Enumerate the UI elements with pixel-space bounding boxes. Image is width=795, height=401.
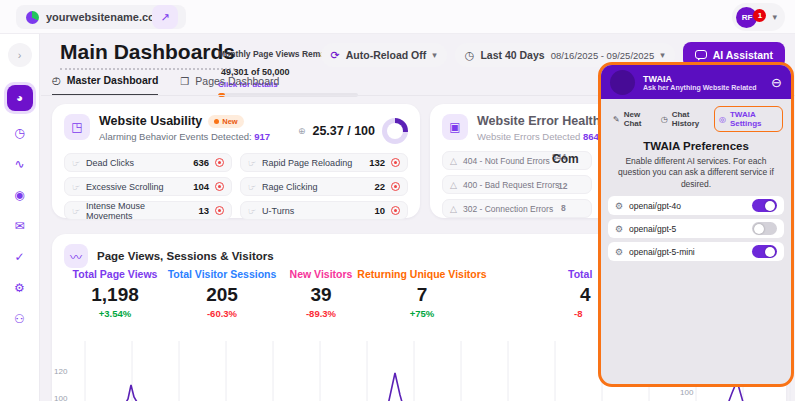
click-icon: ☞ (72, 182, 80, 192)
events-count: 917 (254, 131, 270, 142)
metric-value: 22 (374, 181, 385, 192)
site-selector-label: yourwebsitename.com (46, 11, 165, 23)
tab-pages-dashboard[interactable]: ❐ Pages Dashboard (180, 74, 279, 96)
metric-row-dead-clicks: ☞ Dead Clicks 636 (64, 153, 232, 172)
session-eye-icon: ◉ (14, 188, 24, 202)
service-toggle[interactable] (752, 245, 777, 258)
alert-dot-icon (391, 206, 400, 215)
warning-triangle-icon: △ (450, 204, 457, 214)
service-row-gpt-4o: ⚙ openai/gpt-4o (608, 196, 784, 215)
assistant-avatar (610, 70, 635, 95)
tab-chat-history[interactable]: ◷ Chat History (657, 107, 714, 131)
click-icon: ☞ (248, 206, 256, 216)
error-row-302: △ 302 - Connection Errors (442, 199, 592, 218)
preferences-heading: TWAIA Preferences (601, 140, 791, 152)
metric-value: 10 (374, 205, 385, 216)
error-value-302: 8 (561, 203, 566, 213)
error-value-400: 12 (558, 181, 567, 191)
sidebar-item-dashboard[interactable]: ◕ (4, 82, 36, 114)
metric-row-u-turns: ☞ U-Turns 10 (240, 201, 408, 220)
sidebar-item-sessions[interactable]: ◉ (8, 183, 32, 207)
alert-dot-icon (215, 182, 224, 191)
sidebar-item-settings[interactable]: ⚙ (8, 276, 32, 300)
tab-label: TWAIA Settings (730, 110, 778, 128)
alarm-icon: ◷ (14, 126, 24, 140)
collapse-arrow-icon: › (18, 49, 22, 61)
chat-bubble-icon (695, 50, 707, 61)
refresh-icon: ⟳ (331, 49, 340, 62)
alert-dot-icon (391, 158, 400, 167)
service-name: openai/gpt-5-mini (629, 247, 695, 257)
score-donut-chart (382, 118, 408, 144)
metric-row-excessive-scrolling: ☞ Excessive Scrolling 104 (64, 177, 232, 196)
sidebar-item-alerts[interactable]: ◷ (8, 121, 32, 145)
metric-value: 636 (193, 157, 209, 168)
tab-label: New Chat (624, 110, 653, 128)
alert-dot-icon (215, 158, 224, 167)
usability-metrics: ☞ Dead Clicks 636 ☞ Rapid Page Reloading… (64, 153, 408, 220)
assistant-subtitle: Ask her Anything Website Related (643, 84, 757, 91)
date-range-dates: 08/16/2025 - 09/25/2025 (551, 50, 655, 61)
sidebar-item-chat[interactable]: ✉ (8, 214, 32, 238)
sidebar-item-visitors[interactable]: ⚇ (8, 307, 32, 331)
usability-score: ⊕ 25.37 / 100 (298, 114, 408, 144)
stat-change: +75% (352, 308, 492, 319)
sidebar-item-security[interactable]: ✓ (8, 245, 32, 269)
metric-label: Rapid Page Reloading (262, 158, 352, 168)
metric-value: 132 (369, 157, 385, 168)
warning-triangle-icon: △ (450, 180, 457, 190)
metric-value: 104 (193, 181, 209, 192)
user-menu[interactable]: RF 1 ▾ (732, 3, 785, 31)
gear-icon: ⚙ (615, 247, 623, 257)
card-header-text: Website Usability New Alarming Behavior … (99, 114, 270, 142)
preferences-description: Enable different AI services. For each q… (601, 152, 791, 196)
click-icon: ☞ (248, 158, 256, 168)
open-site-button[interactable]: ↗ (152, 5, 178, 29)
pencil-circle-icon: ✎ (613, 115, 620, 124)
service-row-gpt-5: ⚙ openai/gpt-5 (608, 219, 784, 238)
tab-twaia-settings[interactable]: ◎ TWAIA Settings (714, 106, 783, 132)
auto-reload-label: Auto-Reload Off (346, 49, 427, 61)
service-name: openai/gpt-5 (629, 224, 676, 234)
chevron-down-icon: ▾ (432, 50, 437, 60)
stat-label: Total Visitor Sessions (158, 268, 286, 280)
stat-change: -60.3% (158, 308, 286, 319)
card-title: Page Views, Sessions & Visitors (97, 244, 274, 262)
click-icon: ☞ (72, 206, 80, 216)
metric-row-rage-clicking: ☞ Rage Clicking 22 (240, 177, 408, 196)
error-label: 400 - Bad Request Errors (463, 180, 559, 190)
sidebar-collapse-button[interactable]: › (8, 43, 32, 67)
date-range-label: Last 40 Days (480, 49, 544, 61)
sidebar-item-audio[interactable]: ∿ (8, 152, 32, 176)
metric-label: U-Turns (262, 206, 294, 216)
assistant-header-text: TWAIA Ask her Anything Website Related (643, 74, 757, 91)
minimize-button[interactable]: ⊖ (771, 76, 782, 89)
metric-row-rapid-reloading: ☞ Rapid Page Reloading 132 (240, 153, 408, 172)
service-toggle[interactable] (752, 222, 777, 235)
notification-badge: 1 (753, 9, 766, 22)
card-header-text: Website Error Health Website Errors Dete… (477, 114, 600, 142)
shield-check-icon: ✓ (14, 250, 24, 264)
error-label: 404 - Not Found Errors (463, 156, 550, 166)
card-title-row: Website Usability New (99, 114, 270, 128)
tab-master-dashboard[interactable]: ◴ Master Dashboard (52, 74, 158, 96)
chart-annotation: 100 (680, 388, 693, 397)
visitor-pin-icon: ⚇ (14, 312, 25, 326)
magnifier-icon: ⊕ (298, 126, 306, 136)
service-name: openai/gpt-4o (629, 201, 681, 211)
gear-icon: ⚙ (14, 281, 25, 295)
service-toggle[interactable] (752, 199, 777, 212)
click-icon: ☞ (72, 158, 80, 168)
tab-label: Chat History (672, 110, 710, 128)
auto-reload-select[interactable]: ⟳ Auto-Reload Off ▾ (321, 43, 447, 67)
gauge-icon: ◴ (52, 75, 61, 86)
page-title: Main Dashboards (60, 40, 235, 70)
comparison-heading-clipped: Com (552, 152, 579, 166)
stat-label: New Visitors (280, 268, 362, 280)
warning-triangle-icon: △ (450, 156, 457, 166)
chat-icon: ✉ (14, 219, 24, 233)
tab-new-chat[interactable]: ✎ New Chat (609, 107, 657, 131)
gear-icon: ◎ (719, 115, 726, 124)
metric-label: Intense Mouse Movements (86, 201, 192, 221)
gear-icon: ⚙ (615, 201, 623, 211)
